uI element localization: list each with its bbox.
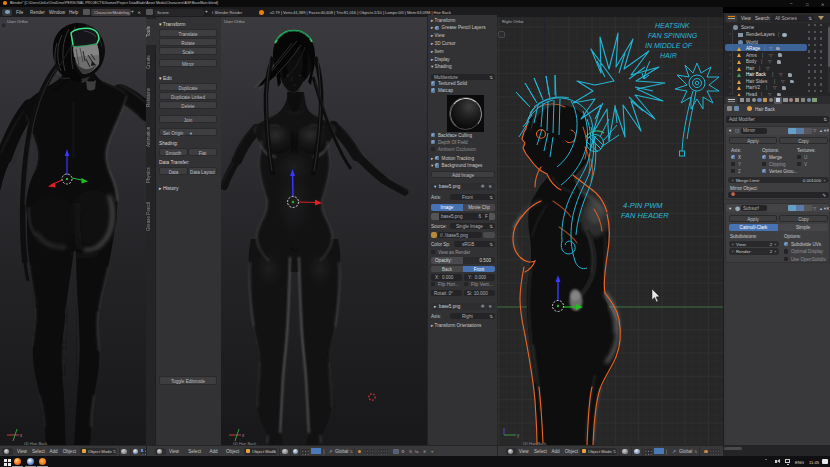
svg-text:FAN HEADER: FAN HEADER (621, 211, 669, 220)
svg-text:HEATSINK: HEATSINK (655, 22, 690, 29)
svg-text:FAN SPINNING: FAN SPINNING (648, 32, 698, 39)
svg-text:IN MIDDLE OF: IN MIDDLE OF (645, 42, 693, 49)
svg-text:y: y (517, 433, 520, 438)
svg-text:x: x (242, 433, 245, 438)
svg-text:HAIR: HAIR (660, 52, 677, 59)
svg-text:x: x (20, 433, 23, 438)
svg-text:4-PIN PWM: 4-PIN PWM (623, 201, 663, 210)
